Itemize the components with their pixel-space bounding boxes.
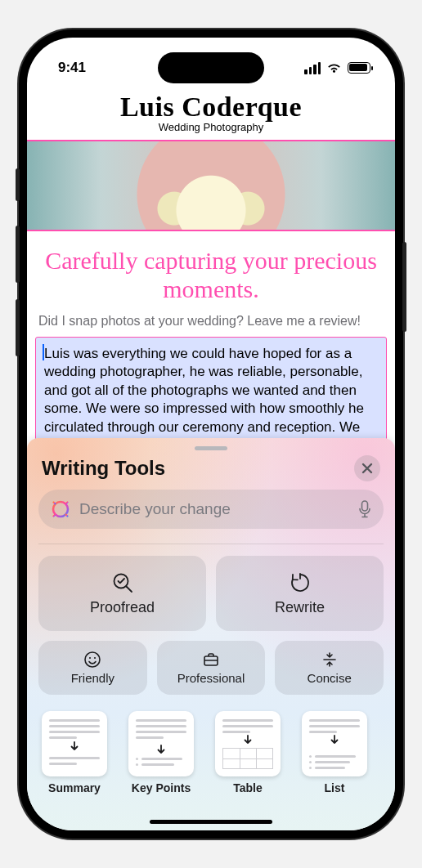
concise-button[interactable]: Concise <box>275 641 384 695</box>
panel-title: Writing Tools <box>42 457 165 480</box>
friendly-button[interactable]: Friendly <box>38 641 147 695</box>
close-button[interactable] <box>354 455 380 481</box>
concise-label: Concise <box>308 671 352 685</box>
wifi-icon <box>326 62 342 74</box>
summary-button[interactable]: Summary <box>42 711 107 794</box>
table-label: Table <box>233 781 263 794</box>
dynamic-island <box>158 52 264 83</box>
list-label: List <box>325 781 345 794</box>
rewrite-label: Rewrite <box>275 599 325 616</box>
describe-change-input[interactable]: Describe your change <box>38 490 384 529</box>
svg-point-15 <box>94 657 96 659</box>
brand-subtitle: Wedding Photography <box>27 121 395 133</box>
rewrite-button[interactable]: Rewrite <box>216 556 384 631</box>
summary-thumb-icon <box>42 711 107 776</box>
sheet-grabber[interactable] <box>195 446 227 450</box>
apple-intelligence-icon <box>50 499 71 520</box>
friendly-label: Friendly <box>71 671 114 685</box>
review-prompt: Did I snap photos at your wedding? Leave… <box>27 314 395 337</box>
concise-icon <box>321 651 339 669</box>
svg-point-13 <box>85 652 100 667</box>
rewrite-icon <box>289 571 312 594</box>
keypoints-label: Key Points <box>132 781 191 794</box>
svg-rect-9 <box>362 501 368 511</box>
svg-line-7 <box>66 503 68 504</box>
summary-label: Summary <box>48 781 101 794</box>
proofread-button[interactable]: Proofread <box>38 556 206 631</box>
briefcase-icon <box>202 651 220 669</box>
svg-line-6 <box>66 515 68 517</box>
table-button[interactable]: Table <box>215 711 281 794</box>
microphone-icon[interactable] <box>357 500 372 518</box>
panel-divider <box>38 544 384 544</box>
svg-line-5 <box>54 503 56 504</box>
keypoints-button[interactable]: Key Points <box>128 711 194 794</box>
writing-tools-panel: Writing Tools <box>27 438 395 830</box>
input-placeholder: Describe your change <box>79 500 349 518</box>
hero-image <box>27 140 395 231</box>
page-headline: Carefully capturing your precious moment… <box>27 231 395 314</box>
close-icon <box>361 463 373 474</box>
svg-line-8 <box>54 515 56 517</box>
list-button[interactable]: List <box>302 711 367 794</box>
svg-line-11 <box>126 586 132 592</box>
smile-icon <box>83 651 101 669</box>
professional-button[interactable]: Professional <box>157 641 266 695</box>
status-time: 9:41 <box>58 60 86 76</box>
cellular-icon <box>304 62 321 74</box>
brand-title: Luis Coderque <box>27 92 395 123</box>
proofread-label: Proofread <box>90 599 155 616</box>
keypoints-thumb-icon <box>128 711 194 776</box>
home-indicator[interactable] <box>150 820 272 824</box>
magnifier-check-icon <box>111 571 134 594</box>
table-thumb-icon <box>215 711 281 776</box>
list-thumb-icon <box>302 711 367 776</box>
text-caret <box>43 344 44 360</box>
professional-label: Professional <box>177 671 245 685</box>
battery-icon <box>348 62 370 74</box>
svg-point-14 <box>89 657 91 659</box>
